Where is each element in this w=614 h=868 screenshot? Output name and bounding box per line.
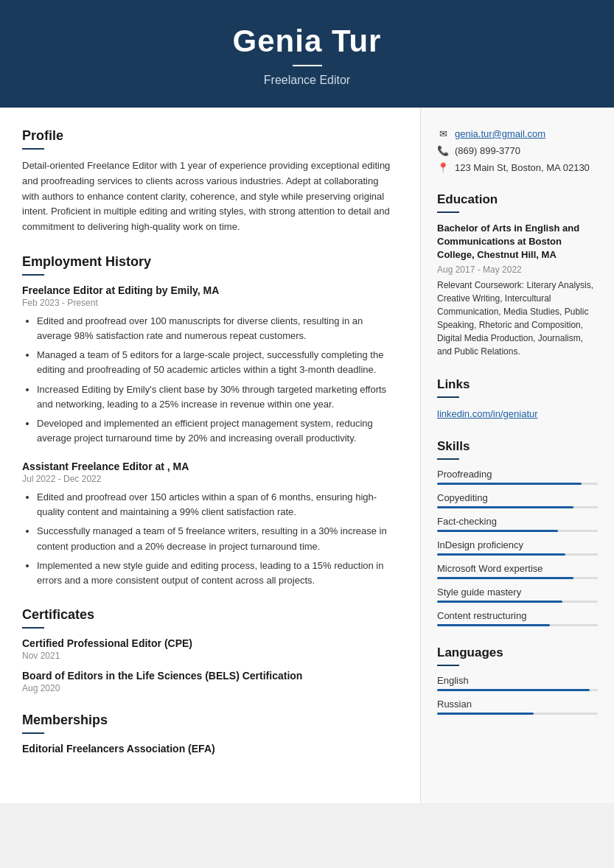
memberships-title: Memberships — [22, 713, 398, 728]
skill-item: Fact-checking — [437, 516, 598, 532]
skill-bar-fill — [437, 553, 565, 556]
skill-bar-bg — [437, 483, 598, 485]
job-entry-1: Freelance Editor at Editing by Emily, MA… — [22, 284, 398, 446]
certificates-title: Certificates — [22, 607, 398, 623]
membership-item-1: Editorial Freelancers Association (EFA) — [22, 743, 398, 755]
resume-wrapper: Genia Tur Freelance Editor Profile Detai… — [0, 0, 614, 803]
skills-title: Skills — [437, 439, 598, 454]
right-column: ✉ genia.tur@gmail.com 📞 (869) 899-3770 📍… — [421, 108, 614, 803]
skill-label: Fact-checking — [437, 516, 598, 527]
list-item: Edited and proofread over 150 articles w… — [37, 490, 398, 519]
lang-bar-bg — [437, 689, 598, 691]
skill-bar-fill — [437, 483, 582, 485]
contact-address: 123 Main St, Boston, MA 02130 — [455, 162, 590, 173]
job-entry-2: Assistant Freelance Editor at , MA Jul 2… — [22, 461, 398, 588]
skills-section: Skills Proofreading Copyediting Fact-che… — [437, 439, 598, 626]
skill-label: Proofreading — [437, 469, 598, 480]
job-dates-2: Jul 2022 - Dec 2022 — [22, 474, 398, 484]
phone-icon: 📞 — [437, 145, 449, 156]
body-layout: Profile Detail-oriented Freelance Editor… — [0, 108, 614, 803]
education-section: Education Bachelor of Arts in English an… — [437, 192, 598, 358]
contact-phone: (869) 899-3770 — [455, 145, 520, 156]
cert-title-1: Certified Professional Editor (CPE) — [22, 637, 398, 649]
profile-title: Profile — [22, 128, 398, 144]
memberships-section: Memberships Editorial Freelancers Associ… — [22, 713, 398, 755]
skill-label: Microsoft Word expertise — [437, 563, 598, 574]
language-label: English — [437, 675, 598, 686]
skills-list: Proofreading Copyediting Fact-checking I… — [437, 469, 598, 626]
candidate-name: Genia Tur — [15, 24, 599, 59]
edu-dates: Aug 2017 - May 2022 — [437, 265, 598, 275]
cert-title-2: Board of Editors in the Life Sciences (B… — [22, 670, 398, 682]
contact-address-item: 📍 123 Main St, Boston, MA 02130 — [437, 162, 598, 173]
skill-item: InDesign proficiency — [437, 539, 598, 556]
lang-bar-fill — [437, 689, 590, 691]
language-item: Russian — [437, 699, 598, 715]
skill-label: Content restructuring — [437, 610, 598, 621]
list-item: Increased Editing by Emily's client base… — [37, 382, 398, 412]
employment-divider — [22, 274, 44, 276]
links-section: Links linkedin.com/in/geniatur — [437, 377, 598, 420]
skill-item: Content restructuring — [437, 610, 598, 626]
contact-phone-item: 📞 (869) 899-3770 — [437, 145, 598, 156]
location-icon: 📍 — [437, 162, 449, 173]
language-item: English — [437, 675, 598, 691]
links-divider — [437, 396, 459, 398]
certificates-section: Certificates Certified Professional Edit… — [22, 607, 398, 693]
contact-section: ✉ genia.tur@gmail.com 📞 (869) 899-3770 📍… — [437, 128, 598, 173]
skill-item: Style guide mastery — [437, 587, 598, 603]
languages-section: Languages English Russian — [437, 645, 598, 715]
skill-bar-bg — [437, 506, 598, 508]
job-dates-1: Feb 2023 - Present — [22, 298, 398, 308]
skill-item: Microsoft Word expertise — [437, 563, 598, 579]
skill-bar-bg — [437, 624, 598, 626]
skill-bar-fill — [437, 506, 573, 508]
certificates-divider — [22, 627, 44, 629]
lang-bar-fill — [437, 713, 534, 715]
job-bullets-1: Edited and proofread over 100 manuscript… — [22, 314, 398, 446]
education-title: Education — [437, 192, 598, 207]
skill-label: Style guide mastery — [437, 587, 598, 598]
edu-coursework: Relevant Coursework: Literary Analysis, … — [437, 279, 598, 358]
skill-label: Copyediting — [437, 492, 598, 503]
list-item: Edited and proofread over 100 manuscript… — [37, 314, 398, 343]
skill-item: Copyediting — [437, 492, 598, 508]
skill-label: InDesign proficiency — [437, 539, 598, 550]
edu-degree: Bachelor of Arts in English and Communic… — [437, 222, 598, 262]
language-label: Russian — [437, 699, 598, 710]
list-item: Successfully managed a team of 5 freelan… — [37, 524, 398, 553]
skill-bar-fill — [437, 601, 562, 603]
languages-divider — [437, 665, 459, 666]
email-icon: ✉ — [437, 128, 449, 139]
employment-section: Employment History Freelance Editor at E… — [22, 254, 398, 588]
cert-date-2: Aug 2020 — [22, 683, 398, 693]
skill-bar-bg — [437, 553, 598, 556]
list-item: Managed a team of 5 editors for a large-… — [37, 348, 398, 377]
skill-bar-fill — [437, 624, 550, 626]
memberships-divider — [22, 732, 44, 734]
education-divider — [437, 211, 459, 213]
profile-section: Profile Detail-oriented Freelance Editor… — [22, 128, 398, 235]
header-divider — [293, 65, 322, 66]
skills-divider — [437, 458, 459, 460]
employment-title: Employment History — [22, 254, 398, 270]
linkedin-link[interactable]: linkedin.com/in/geniatur — [437, 408, 538, 419]
job-title-2: Assistant Freelance Editor at , MA — [22, 461, 398, 472]
skill-bar-fill — [437, 530, 558, 532]
profile-text: Detail-oriented Freelance Editor with 1 … — [22, 158, 398, 235]
languages-list: English Russian — [437, 675, 598, 715]
cert-date-1: Nov 2021 — [22, 651, 398, 661]
list-item: Implemented a new style guide and editin… — [37, 559, 398, 588]
email-link[interactable]: genia.tur@gmail.com — [455, 128, 545, 139]
list-item: Developed and implemented an efficient p… — [37, 416, 398, 446]
contact-email-item: ✉ genia.tur@gmail.com — [437, 128, 598, 139]
left-column: Profile Detail-oriented Freelance Editor… — [0, 108, 421, 803]
job-title-1: Freelance Editor at Editing by Emily, MA — [22, 284, 398, 296]
skill-item: Proofreading — [437, 469, 598, 485]
profile-divider — [22, 148, 44, 150]
languages-title: Languages — [437, 645, 598, 660]
lang-bar-bg — [437, 713, 598, 715]
skill-bar-bg — [437, 577, 598, 579]
skill-bar-fill — [437, 577, 573, 579]
header: Genia Tur Freelance Editor — [0, 0, 614, 108]
